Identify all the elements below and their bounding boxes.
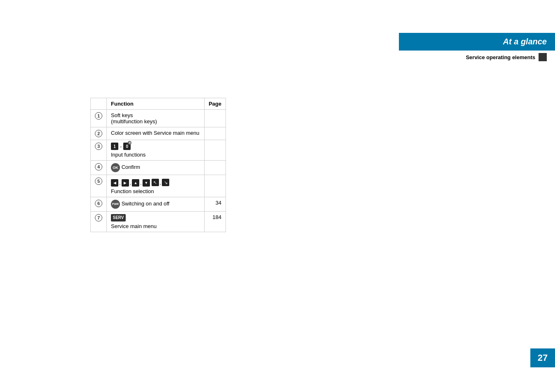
- arrow-keys-row1: ◀ , ▶ , ▲ , ▼: [111, 179, 150, 187]
- input-functions-label: Input functions: [111, 152, 200, 158]
- circle-5: 5: [95, 178, 102, 185]
- row-page: [204, 127, 226, 140]
- arrow-up: ▲: [132, 179, 139, 187]
- table-row: 1 Soft keys(multifunction keys): [91, 110, 226, 127]
- comma2: ,: [130, 180, 131, 186]
- dash: -: [120, 143, 122, 150]
- row-function: Soft keys(multifunction keys): [107, 110, 205, 127]
- row-num: 2: [91, 127, 107, 140]
- circle-2: 2: [95, 130, 102, 137]
- col-header-function: Function: [107, 98, 205, 110]
- table-row: 7 SERV Service main menu 184: [91, 211, 226, 232]
- switching-label: Switching on and off: [122, 200, 170, 206]
- row-page: 34: [204, 197, 226, 211]
- row-num: 6: [91, 197, 107, 211]
- table-row: 2 Color screen with Service main menu: [91, 127, 226, 140]
- table-row: 3 1 - 0 9 Input functions: [91, 140, 226, 161]
- confirm-label: Confirm: [122, 164, 140, 170]
- table-row: 5 ◀ , ▶ , ▲ , ▼ ↖ , ↘: [91, 175, 226, 197]
- row-num: 5: [91, 175, 107, 197]
- service-operating-label: Service operating elements: [466, 54, 535, 60]
- row-page: 184: [204, 211, 226, 232]
- row-num: 4: [91, 161, 107, 175]
- row-function: Color screen with Service main menu: [107, 127, 205, 140]
- diagonal-keys: ↖ , ↘: [152, 179, 170, 186]
- arrow-diag-dr: ↘: [162, 179, 169, 186]
- row-page: [204, 161, 226, 175]
- num-range-keys: 1 - 0 9: [111, 143, 131, 150]
- function-table: Function Page 1 Soft keys(multifunction …: [90, 98, 226, 232]
- function-selection-label: Function selection: [111, 188, 200, 194]
- arrow-down: ▼: [143, 179, 150, 187]
- row-function: ◀ , ▶ , ▲ , ▼ ↖ , ↘ Function selection: [107, 175, 205, 197]
- main-table-container: Function Page 1 Soft keys(multifunction …: [90, 98, 226, 232]
- serv-badge-row: SERV: [111, 214, 200, 221]
- arrow-diag-ul: ↖: [152, 179, 159, 186]
- row-page: [204, 140, 226, 161]
- key-0: 0 9: [123, 143, 131, 150]
- circle-4: 4: [95, 163, 102, 171]
- arrow-left: ◀: [111, 179, 118, 187]
- row-function: OK Confirm: [107, 161, 205, 175]
- comma1: ,: [119, 180, 121, 186]
- ok-badge: OK: [111, 163, 120, 172]
- page-number: 27: [530, 348, 555, 367]
- row-num: 7: [91, 211, 107, 232]
- row-page: [204, 110, 226, 127]
- row-page: [204, 175, 226, 197]
- circle-7: 7: [95, 214, 102, 221]
- row-function: 1 - 0 9 Input functions: [107, 140, 205, 161]
- page-number-area: 27: [530, 348, 555, 367]
- at-a-glance-bar: At a glance: [399, 33, 555, 51]
- row-function: SERV Service main menu: [107, 211, 205, 232]
- header-area: At a glance Service operating elements: [399, 33, 555, 64]
- col-header-num: [91, 98, 107, 110]
- col-header-page: Page: [204, 98, 226, 110]
- row-num: 3: [91, 140, 107, 161]
- circle-3: 3: [95, 143, 102, 150]
- circle-1: 1: [95, 112, 102, 120]
- row-num: 1: [91, 110, 107, 127]
- row-function: PWR Switching on and off: [107, 197, 205, 211]
- service-main-menu-label: Service main menu: [111, 223, 200, 229]
- circle-6: 6: [95, 200, 102, 207]
- serv-badge: SERV: [111, 214, 126, 221]
- table-row: 6 PWR Switching on and off 34: [91, 197, 226, 211]
- pwr-badge: PWR: [111, 200, 120, 209]
- service-operating-bar: Service operating elements: [399, 51, 555, 64]
- key-1: 1: [111, 143, 118, 150]
- table-row: 4 OK Confirm: [91, 161, 226, 175]
- comma3: ,: [140, 180, 142, 186]
- comma4: ,: [160, 180, 161, 186]
- dark-block-decoration: [539, 53, 547, 61]
- arrow-right: ▶: [122, 179, 129, 187]
